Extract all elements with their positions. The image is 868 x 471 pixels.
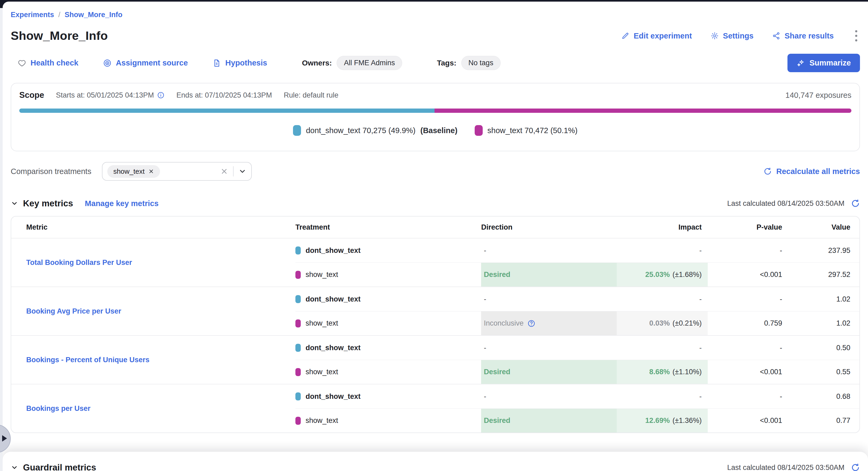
- chevron-down-icon: [11, 464, 18, 471]
- legend-item-baseline: dont_show_text 70,275 (49.9%) (Baseline): [293, 125, 457, 136]
- comparison-treatments-select[interactable]: show_text: [102, 162, 252, 181]
- question-circle-icon[interactable]: [527, 319, 535, 328]
- scope-rule: Rule: default rule: [284, 91, 339, 99]
- chevron-down-icon: [11, 200, 18, 207]
- exposure-split-bar: [19, 108, 851, 113]
- treatment-swatch: [296, 393, 301, 400]
- hypothesis-link[interactable]: Hypothesis: [213, 59, 267, 67]
- chevron-down-icon[interactable]: [239, 167, 246, 175]
- tags-pill[interactable]: No tags: [461, 56, 501, 70]
- key-metrics-last-calculated: Last calculated 08/14/2025 03:50AM: [727, 199, 844, 208]
- info-icon[interactable]: [157, 92, 164, 99]
- summarize-button[interactable]: Summarize: [787, 54, 860, 72]
- treatment-swatch: [296, 319, 301, 328]
- refresh-icon[interactable]: [851, 463, 860, 471]
- metric-group: Total Booking Dollars Per User dont_show…: [11, 238, 860, 287]
- treatment-swatch: [296, 271, 301, 279]
- key-metrics-section-toggle[interactable]: Key metrics: [11, 198, 73, 208]
- recalculate-all-metrics-button[interactable]: Recalculate all metrics: [764, 167, 860, 176]
- baseline-swatch: [293, 125, 301, 136]
- treatment-swatch: [296, 417, 301, 425]
- direction-cell: Desired: [481, 408, 617, 433]
- key-metrics-table: Metric Treatment Direction Impact P-valu…: [11, 216, 860, 433]
- heart-icon: [18, 59, 26, 67]
- metric-group: Bookings per User dont_show_text - - - 0…: [11, 384, 860, 433]
- metric-group: Booking Avg Price per User dont_show_tex…: [11, 287, 860, 335]
- breadcrumb-experiments-link[interactable]: Experiments: [11, 11, 54, 19]
- scope-card: Scope Starts at: 05/01/2025 04:13PM Ends…: [11, 83, 860, 151]
- tags-group: Tags: No tags: [437, 56, 501, 70]
- breadcrumb-current-link[interactable]: Show_More_Info: [65, 11, 123, 19]
- owners-label: Owners:: [302, 59, 332, 67]
- metric-link[interactable]: Bookings per User: [26, 404, 90, 413]
- treatment-swatch: [296, 295, 301, 303]
- refresh-icon: [764, 167, 772, 176]
- guardrail-metrics-section-toggle[interactable]: Guardrail metrics: [11, 463, 96, 471]
- left-gutter: [0, 8, 3, 471]
- baseline-bar-segment: [19, 108, 435, 113]
- scope-label: Scope: [19, 90, 44, 100]
- metric-link[interactable]: Booking Avg Price per User: [26, 307, 121, 315]
- treatment-swatch: [296, 368, 301, 376]
- document-icon: [213, 59, 221, 67]
- exposures-count: 140,747 exposures: [785, 91, 851, 100]
- more-options-kebab-icon[interactable]: [852, 28, 860, 43]
- breadcrumb-separator: /: [58, 11, 60, 19]
- treatment-swatch: [296, 344, 301, 352]
- guardrail-sheet: Guardrail metrics Last calculated 08/14/…: [3, 452, 868, 471]
- main-panel: Experiments / Show_More_Info Show_More_I…: [3, 2, 868, 471]
- comparison-chip[interactable]: show_text: [107, 165, 160, 178]
- edit-experiment-button[interactable]: Edit experiment: [621, 32, 692, 40]
- tags-label: Tags:: [437, 59, 457, 67]
- sidebar-expand-handle[interactable]: [0, 425, 11, 454]
- share-icon: [772, 32, 780, 40]
- direction-cell: Desired: [481, 360, 617, 384]
- clear-selection-icon[interactable]: [220, 167, 228, 175]
- impact-cell: 0.03%(±0.21%): [617, 311, 708, 335]
- page-title: Show_More_Info: [11, 29, 108, 43]
- treatment-swatch: [296, 246, 301, 255]
- gear-icon: [711, 32, 719, 40]
- share-results-button[interactable]: Share results: [772, 32, 834, 40]
- legend-item-treatment: show_text 70,472 (50.1%): [475, 125, 578, 136]
- scope-ends: Ends at: 07/10/2025 04:13PM: [176, 91, 272, 99]
- sparkles-icon: [797, 59, 805, 67]
- select-divider: [233, 166, 234, 176]
- breadcrumb: Experiments / Show_More_Info: [11, 11, 860, 19]
- comparison-treatments-label: Comparison treatments: [11, 167, 91, 176]
- direction-cell: Desired: [481, 263, 617, 287]
- metric-link[interactable]: Total Booking Dollars Per User: [26, 259, 132, 267]
- scope-starts: Starts at: 05/01/2025 04:13PM: [56, 91, 164, 99]
- assignment-source-link[interactable]: Assignment source: [103, 59, 188, 67]
- owners-group: Owners: All FME Admins: [302, 56, 402, 70]
- table-header-row: Metric Treatment Direction Impact P-valu…: [11, 216, 860, 238]
- arrow-right-icon: [2, 435, 7, 442]
- guardrail-last-calculated: Last calculated 08/14/2025 03:50AM: [727, 464, 844, 471]
- metric-group: Bookings - Percent of Unique Users dont_…: [11, 335, 860, 384]
- target-icon: [103, 59, 112, 67]
- impact-cell: 8.68%(±1.10%): [617, 360, 708, 384]
- exposure-legend: dont_show_text 70,275 (49.9%) (Baseline)…: [19, 125, 851, 136]
- health-check-link[interactable]: Health check: [18, 59, 79, 67]
- treatment-bar-segment: [435, 108, 851, 113]
- owners-pill[interactable]: All FME Admins: [337, 56, 402, 70]
- direction-cell: Inconclusive: [481, 311, 617, 335]
- refresh-icon[interactable]: [851, 199, 860, 208]
- pencil-icon: [621, 32, 629, 40]
- treatment-swatch: [475, 125, 483, 136]
- manage-key-metrics-link[interactable]: Manage key metrics: [85, 199, 159, 208]
- settings-button[interactable]: Settings: [711, 32, 753, 40]
- impact-cell: 25.03%(±1.68%): [617, 263, 708, 287]
- metric-link[interactable]: Bookings - Percent of Unique Users: [26, 356, 150, 364]
- impact-cell: 12.69%(±1.36%): [617, 408, 708, 433]
- chip-remove-icon[interactable]: [148, 168, 154, 174]
